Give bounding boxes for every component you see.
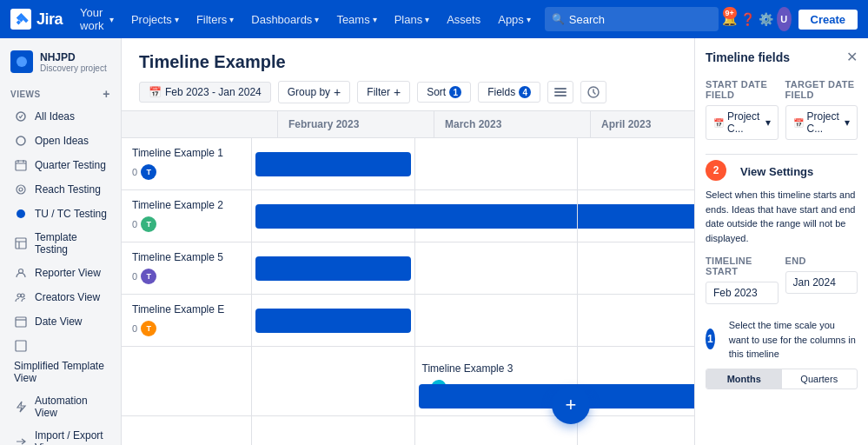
view-settings-section: 2 View Settings Select when this timelin…	[706, 162, 858, 304]
table-row: Timeline Example 2 0 T	[122, 190, 694, 242]
tl-cell-5-feb[interactable]	[252, 347, 415, 415]
group-by-button[interactable]: Group by +	[278, 81, 351, 103]
search-icon: 🔍	[552, 13, 565, 25]
view-options-button[interactable]	[547, 81, 573, 103]
svg-rect-13	[16, 341, 26, 351]
tl-cell-3-mar[interactable]	[415, 242, 579, 294]
tl-cell-5-apr[interactable]	[578, 347, 694, 415]
project-logo	[10, 50, 33, 73]
tl-cell-2-mar[interactable]	[415, 190, 579, 242]
sidebar-item-date-view[interactable]: Date View	[3, 309, 117, 334]
row-label-4: Timeline Example E 0 T	[122, 295, 252, 346]
chevron-down-icon: ▾	[527, 15, 531, 24]
toolbar: 📅 Feb 2023 - Jan 2024 Group by + Filter …	[139, 81, 677, 103]
tl-cell-3-apr[interactable]	[578, 242, 694, 294]
nav-projects[interactable]: Projects ▾	[124, 10, 186, 30]
sidebar-item-tu-tc-testing[interactable]: TU / TC Testing	[3, 202, 117, 226]
chevron-down-icon: ▾	[109, 15, 114, 24]
sort-button[interactable]: Sort 1	[417, 82, 471, 103]
notifications-button[interactable]: 🔔 9+	[722, 7, 737, 31]
layout2-icon	[14, 339, 28, 353]
tl-cell-1-apr[interactable]	[578, 138, 694, 189]
tl-cell-2-apr[interactable]	[578, 190, 694, 242]
sidebar-item-automation-view[interactable]: Automation View	[3, 389, 117, 424]
tl-cell-3-feb[interactable]	[252, 242, 415, 294]
month-header-apr: April 2023	[591, 111, 694, 137]
nav-plans[interactable]: Plans ▾	[388, 10, 437, 30]
sidebar-item-template-testing[interactable]: Template Testing	[3, 226, 117, 261]
view-settings-description: Select when this timeline starts and end…	[706, 188, 858, 245]
sidebar-item-all-ideas[interactable]: All Ideas	[3, 104, 117, 129]
sidebar-item-open-ideas[interactable]: Open Ideas	[3, 129, 117, 153]
month-header-mar: March 2023	[434, 111, 591, 137]
tl-cell-6-mar[interactable]	[415, 416, 579, 445]
lightbulb-outline-icon	[14, 134, 28, 148]
tl-cell-4-apr[interactable]	[578, 295, 694, 346]
calendar-icon	[14, 158, 28, 172]
tl-cell-6-apr[interactable]	[578, 416, 694, 445]
nav-teams[interactable]: Teams ▾	[329, 10, 383, 30]
sidebar-project-name: NHJPD	[40, 51, 107, 63]
layout-icon	[14, 236, 28, 250]
nav-assets[interactable]: Assets	[440, 10, 487, 30]
main-content: Timeline Example 📅 Feb 2023 - Jan 2024 G…	[122, 38, 694, 445]
tl-cell-2-feb[interactable]	[252, 190, 415, 242]
sidebar-item-creators-view[interactable]: Creators View	[3, 285, 117, 309]
chevron-down-icon: ▾	[315, 15, 319, 24]
view-settings-label: View Settings	[740, 165, 813, 178]
svg-rect-12	[16, 317, 26, 327]
filter-button[interactable]: Filter +	[357, 81, 410, 103]
sidebar-item-reach-testing[interactable]: Reach Testing	[3, 177, 117, 202]
target-date-select[interactable]: 📅 Project C... ▾	[785, 105, 858, 140]
search-input[interactable]	[545, 7, 719, 31]
tl-cell-1-mar[interactable]	[415, 138, 579, 189]
user-avatar[interactable]: U	[777, 7, 792, 31]
row-label-2: Timeline Example 2 0 T	[122, 190, 252, 242]
timeline-start-input[interactable]	[706, 282, 779, 304]
nav-your-work[interactable]: Your work ▾	[73, 3, 121, 36]
months-toggle[interactable]: Months	[706, 369, 782, 389]
create-button[interactable]: Create	[798, 10, 858, 30]
svg-rect-21	[554, 91, 567, 93]
end-input[interactable]	[785, 271, 858, 294]
row-label-5	[122, 347, 252, 415]
timeline-bar-3[interactable]	[255, 256, 411, 281]
tl-cell-4-mar[interactable]	[415, 295, 579, 346]
sidebar-item-reporter-view[interactable]: Reporter View	[3, 261, 117, 285]
nav-dashboards[interactable]: Dashboards ▾	[244, 10, 326, 30]
tl-cell-1-feb[interactable]	[252, 138, 415, 189]
arrow-icon	[14, 435, 28, 445]
help-button[interactable]: ❓	[740, 7, 755, 31]
plus-icon: +	[334, 85, 341, 99]
nav-apps[interactable]: Apps ▾	[491, 10, 538, 30]
date-range-button[interactable]: 📅 Feb 2023 - Jan 2024	[139, 82, 271, 103]
avatar: T	[141, 321, 156, 336]
sidebar-item-simplified-template[interactable]: Simplified Template View	[3, 334, 117, 389]
add-view-button[interactable]: +	[103, 87, 110, 101]
svg-point-6	[19, 188, 23, 191]
tl-cell-4-feb[interactable]	[252, 295, 415, 346]
users-icon	[14, 290, 28, 304]
auto-scheduler-button[interactable]	[580, 81, 606, 103]
quarters-toggle[interactable]: Quarters	[782, 369, 858, 389]
close-panel-button[interactable]: ✕	[846, 49, 858, 65]
tl-cell-6-feb[interactable]	[252, 416, 415, 445]
plus-icon: +	[394, 85, 401, 99]
timeline-area[interactable]: February 2023 March 2023 April 2023 May …	[122, 111, 694, 445]
add-button[interactable]: +	[552, 386, 590, 424]
jira-logo[interactable]: Jira	[10, 9, 63, 30]
row-label-3: Timeline Example 5 0 T	[122, 242, 252, 294]
settings-button[interactable]: ⚙️	[759, 7, 773, 31]
start-date-section: Start date field 📅 Project C... ▾ Target…	[706, 79, 858, 140]
target-date-label: Target date field	[785, 79, 858, 100]
nav-filters[interactable]: Filters ▾	[189, 10, 241, 30]
month-header-feb: February 2023	[278, 111, 434, 137]
fields-button[interactable]: Fields 4	[478, 82, 540, 103]
avatar: T	[141, 164, 156, 180]
sidebar-item-import-export[interactable]: Import / Export View	[3, 424, 117, 445]
timeline-bar-4[interactable]	[255, 309, 411, 333]
timeline-bar-1[interactable]	[255, 152, 411, 176]
start-date-select[interactable]: 📅 Project C... ▾	[706, 105, 779, 140]
table-row: Timeline Example 5 0 T	[122, 242, 694, 295]
sidebar-item-quarter-testing[interactable]: Quarter Testing	[3, 153, 117, 177]
